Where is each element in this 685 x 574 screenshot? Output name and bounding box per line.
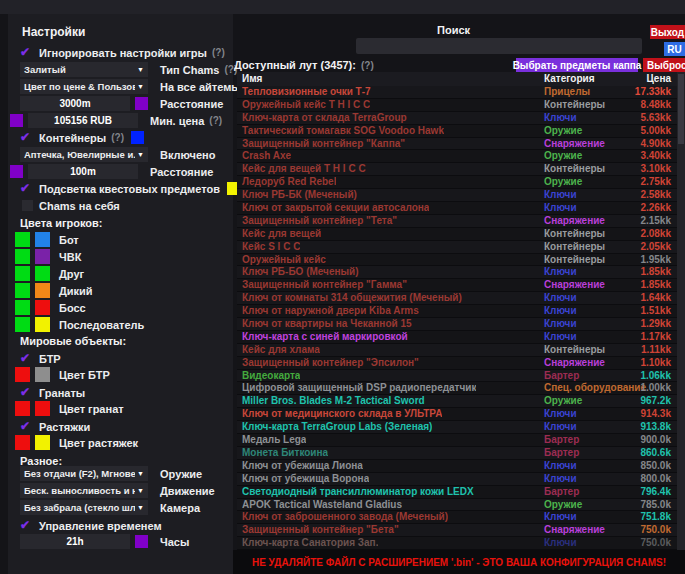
table-row[interactable]: Miller Bros. Blades M-2 Tactical SwordОр… [237, 395, 677, 408]
tripwires-checkbox[interactable]: ✔ Растяжки [20, 419, 90, 434]
table-row[interactable]: Ключ-карта с синей маркировкойКлючи1.17k… [237, 331, 677, 344]
table-row[interactable]: Оружейный кейсКонтейнеры1.95kk [237, 254, 677, 267]
containers-distance-row: 100m Расстояние [10, 164, 213, 179]
table-row[interactable]: Ледоруб Red RebelОружие2.75kk [237, 176, 677, 189]
chams-type-dropdown[interactable]: Залитый ▼ [20, 62, 148, 77]
color-swatch[interactable] [15, 367, 30, 382]
color-swatch[interactable] [35, 232, 50, 247]
containers-distance-color-swatch[interactable] [10, 165, 23, 178]
weapon-dropdown[interactable]: Без отдачи (F2), Мгновенное п ▼ [20, 466, 148, 481]
table-row[interactable]: ВидеокартаБартер1.06kk [237, 370, 677, 383]
item-name: Ледоруб Red Rebel [242, 176, 336, 188]
checkmark-icon: ✔ [20, 181, 35, 196]
table-row[interactable]: Ключ от закрытой секции автосалонаКлючи2… [237, 202, 677, 215]
btr-checkbox[interactable]: ✔ БТР [20, 351, 61, 366]
color-swatch[interactable] [15, 232, 30, 247]
item-name: Оружейный кейс [242, 254, 326, 266]
color-swatch[interactable] [15, 283, 30, 298]
distance-color-swatch[interactable] [135, 97, 148, 110]
table-row[interactable]: Кейс S I C CКонтейнеры2.05kk [237, 241, 677, 254]
color-swatch[interactable] [15, 317, 30, 332]
color-swatch[interactable] [15, 266, 30, 281]
item-name: Ключ-карта от склада TerraGroup [242, 112, 407, 124]
color-swatch[interactable] [35, 317, 50, 332]
exit-button[interactable]: Выход [650, 25, 685, 39]
table-row[interactable]: Ключ-карта TerraGroup Labs (Зеленая)Ключ… [237, 421, 677, 434]
table-row[interactable]: Ключ от комнаты 314 общежития (Меченый)К… [237, 292, 677, 305]
time-control-checkbox[interactable]: ✔ Управление временем [20, 518, 162, 533]
item-price: 3.40kk [640, 150, 671, 162]
dropdown-value: Беск. выносливость и нет устал [24, 485, 135, 496]
language-button[interactable]: RU [664, 42, 685, 56]
color-row-label: Цвет БТР [59, 369, 110, 381]
distance-input[interactable]: 3000m [20, 96, 130, 111]
containers-color-swatch[interactable] [131, 131, 144, 144]
table-row[interactable]: Защищенный контейнер "Тета"Снаряжение2.1… [237, 215, 677, 228]
containers-distance-input[interactable]: 100m [28, 164, 138, 179]
table-row[interactable]: Crash AxeОружие3.40kk [237, 150, 677, 163]
table-row[interactable]: Защищенный контейнер "Гамма"Снаряжение1.… [237, 279, 677, 292]
table-row[interactable]: Ключ от квартиры на Чеканной 15Ключи1.29… [237, 318, 677, 331]
table-row[interactable]: Защищенный контейнер "Эпсилон"Снаряжение… [237, 357, 677, 370]
scrollbar-thumb[interactable] [678, 74, 684, 144]
camera-dropdown[interactable]: Без забрала (стекло шлема) ▼ [20, 500, 148, 515]
grenades-checkbox[interactable]: ✔ Гранаты [20, 385, 85, 400]
min-price-color-swatch[interactable] [10, 114, 23, 127]
color-swatch[interactable] [35, 249, 50, 264]
table-row[interactable]: Защищенный контейнер "Каппа"Снаряжение4.… [237, 138, 677, 151]
table-row[interactable]: Ключ от убежища ВоронаКлючи800.0k [237, 473, 677, 486]
select-kappa-items-button[interactable]: Выбрать предметы каппа [516, 58, 638, 73]
color-swatch[interactable] [35, 401, 50, 416]
all-items-dropdown[interactable]: Цвет по цене & Пользователь ▼ [20, 79, 148, 94]
table-row[interactable]: Ключ от наружной двери Kiba ArmsКлючи1.5… [237, 305, 677, 318]
table-row[interactable]: Медаль LegaБартер900.0k [237, 434, 677, 447]
quest-highlight-checkbox[interactable]: ✔ Подсветка квестовых предметов [20, 181, 240, 196]
table-row[interactable]: Тепловизионные очки Т-7Прицелы17.33kk [237, 86, 677, 99]
color-swatch[interactable] [35, 435, 50, 450]
hours-color-swatch[interactable] [135, 535, 148, 548]
table-row[interactable]: Ключ от заброшенного завода (Меченый)Клю… [237, 511, 677, 524]
item-category: Ключи [544, 460, 577, 472]
table-row[interactable]: Защищенный контейнер "Бета"Снаряжение750… [237, 524, 677, 537]
column-header-name[interactable]: Имя [242, 72, 262, 86]
table-row[interactable]: Ключ РБ-БК (Меченый)Ключи2.58kk [237, 189, 677, 202]
table-row[interactable]: Светодиодный трансиллюминатор кожи LEDXБ… [237, 486, 677, 499]
table-row[interactable]: Ключ РБ-БО (Меченый)Ключи1.85kk [237, 266, 677, 279]
search-input[interactable] [356, 38, 642, 54]
column-header-price[interactable]: Цена [646, 72, 671, 86]
min-price-input[interactable]: 105156 RUB [28, 113, 138, 128]
warning-text: НЕ УДАЛЯЙТЕ ФАЙЛ С РАСШИРЕНИЕМ '.bin' - … [252, 557, 666, 568]
color-swatch[interactable] [35, 266, 50, 281]
table-row[interactable]: APOK Tactical Wasteland GladiusОружие785… [237, 499, 677, 512]
color-swatch[interactable] [15, 249, 30, 264]
table-row[interactable]: Ключ от медицинского склада в УЛЬТРАКлюч… [237, 408, 677, 421]
item-category: Бартер [544, 370, 579, 382]
table-row[interactable]: Ключ-карта от склада TerraGroupКлючи5.63… [237, 112, 677, 125]
color-swatch[interactable] [15, 435, 30, 450]
checkbox-label: Управление временем [39, 520, 162, 532]
containers-checkbox[interactable]: ✔ Контейнеры (?) [20, 130, 144, 145]
table-row[interactable]: Тактический томагавк SOG Voodoo HawkОруж… [237, 125, 677, 138]
discard-all-button[interactable]: Выбросить все [643, 58, 685, 73]
table-row[interactable]: Монета БиткоинаБартер860.6k [237, 447, 677, 460]
color-swatch[interactable] [35, 300, 50, 315]
table-row[interactable]: Кейс для вещей Т Н I С СКонтейнеры3.10kk [237, 163, 677, 176]
table-row[interactable]: Ключ-карта Санатория Зап.Ключи750.0k [237, 537, 677, 550]
color-swatch[interactable] [15, 300, 30, 315]
chams-self-checkbox[interactable]: Chams на себя [20, 198, 120, 213]
color-swatch[interactable] [35, 367, 50, 382]
hours-input[interactable]: 21h [20, 534, 130, 549]
scrollbar[interactable] [677, 72, 685, 550]
table-row[interactable]: Кейс для вещейКонтейнеры2.08kk [237, 228, 677, 241]
column-header-category[interactable]: Категория [544, 72, 594, 86]
item-category: Оружие [544, 395, 582, 407]
ignore-game-settings-checkbox[interactable]: ✔ Игнорировать настройки игры (?) [20, 45, 225, 60]
color-swatch[interactable] [35, 283, 50, 298]
color-swatch[interactable] [15, 401, 30, 416]
containers-filter-dropdown[interactable]: Аптечка, Ювелирные и... ▼ [20, 147, 148, 162]
table-row[interactable]: Оружейный кейс Т Н I С СКонтейнеры8.48kk [237, 99, 677, 112]
table-row[interactable]: Ключ от убежища ЛионаКлючи850.0k [237, 460, 677, 473]
movement-dropdown[interactable]: Беск. выносливость и нет устал ▼ [20, 483, 148, 498]
table-row[interactable]: Кейс для хламаКонтейнеры1.11kk [237, 344, 677, 357]
table-row[interactable]: Цифровой защищенный DSP радиопередатчикС… [237, 382, 677, 395]
